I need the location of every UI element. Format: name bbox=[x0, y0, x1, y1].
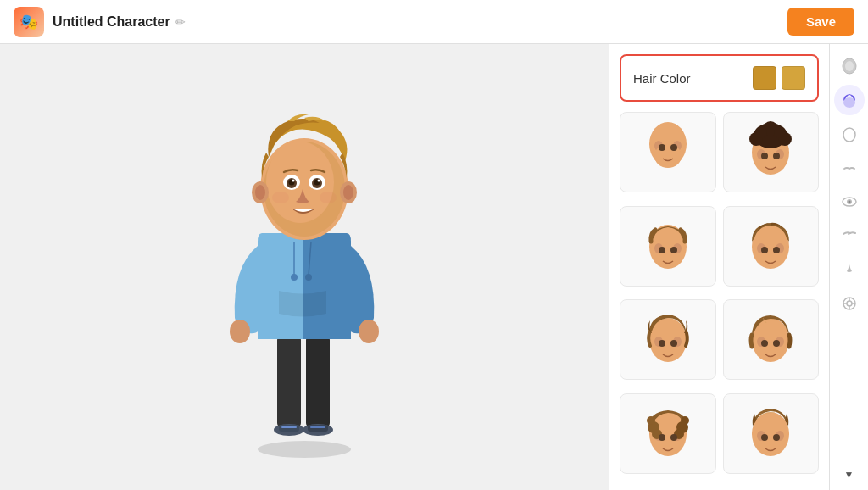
hairstyle-item-medium-swept[interactable] bbox=[620, 299, 716, 380]
svg-point-94 bbox=[848, 201, 850, 203]
hairstyle-item-side-part[interactable] bbox=[723, 299, 820, 380]
svg-point-48 bbox=[774, 126, 786, 138]
svg-point-33 bbox=[320, 192, 337, 203]
svg-point-54 bbox=[659, 247, 665, 253]
svg-point-91 bbox=[843, 128, 855, 142]
nose-button[interactable] bbox=[834, 254, 865, 285]
svg-point-59 bbox=[761, 247, 768, 253]
header: 🎭 Untitled Character ✏ Save bbox=[0, 0, 868, 44]
svg-point-30 bbox=[292, 180, 295, 182]
header-left: 🎭 Untitled Character ✏ bbox=[14, 7, 186, 37]
svg-point-65 bbox=[670, 340, 677, 347]
canvas-area bbox=[0, 44, 609, 490]
right-panel: Hair Color bbox=[609, 44, 829, 490]
svg-point-71 bbox=[773, 340, 780, 347]
hairstyle-grid bbox=[609, 109, 829, 490]
svg-rect-8 bbox=[310, 426, 326, 428]
svg-point-32 bbox=[272, 192, 289, 203]
svg-point-39 bbox=[670, 144, 677, 151]
svg-point-37 bbox=[654, 144, 682, 168]
main-area: Hair Color bbox=[0, 44, 868, 490]
svg-point-82 bbox=[670, 434, 677, 441]
character-container bbox=[169, 64, 440, 471]
svg-rect-1 bbox=[277, 335, 301, 428]
svg-point-60 bbox=[773, 247, 780, 253]
title-area: Untitled Character ✏ bbox=[53, 14, 186, 30]
svg-point-15 bbox=[305, 274, 312, 281]
svg-point-11 bbox=[359, 320, 379, 343]
hairstyle-item-curly[interactable] bbox=[723, 112, 820, 192]
hairstyle-item-slicked-back[interactable] bbox=[723, 393, 820, 474]
svg-point-70 bbox=[761, 340, 768, 347]
svg-point-90 bbox=[843, 97, 855, 108]
eyebrows-button[interactable] bbox=[834, 220, 865, 251]
hair-color-label: Hair Color bbox=[633, 71, 691, 86]
svg-point-0 bbox=[258, 441, 351, 458]
svg-point-22 bbox=[255, 185, 265, 200]
svg-rect-2 bbox=[306, 335, 330, 428]
hairstyle-item-bald[interactable] bbox=[620, 112, 716, 192]
svg-point-81 bbox=[659, 434, 665, 441]
svg-point-38 bbox=[659, 144, 665, 151]
eyes-button[interactable] bbox=[834, 187, 865, 217]
svg-point-10 bbox=[230, 320, 250, 343]
scroll-down-arrow[interactable]: ▼ bbox=[841, 466, 858, 483]
hair-category-button[interactable] bbox=[834, 85, 865, 115]
head-category-button[interactable] bbox=[834, 51, 865, 81]
app-logo: 🎭 bbox=[14, 7, 44, 37]
svg-point-31 bbox=[318, 180, 320, 182]
edit-icon[interactable]: ✏ bbox=[175, 15, 186, 29]
svg-point-79 bbox=[647, 416, 655, 425]
facial-hair-button[interactable] bbox=[834, 153, 865, 183]
hair-color-swatches bbox=[753, 66, 805, 90]
hair-color-section: Hair Color bbox=[620, 54, 819, 102]
svg-point-50 bbox=[773, 153, 780, 159]
svg-point-89 bbox=[845, 61, 854, 71]
page-title: Untitled Character bbox=[53, 14, 170, 30]
hair-swatch-2[interactable] bbox=[782, 66, 805, 90]
svg-point-80 bbox=[681, 416, 689, 425]
svg-point-47 bbox=[755, 126, 767, 138]
svg-point-64 bbox=[659, 340, 665, 347]
hairstyle-item-short-textured[interactable] bbox=[723, 206, 820, 287]
svg-point-96 bbox=[847, 301, 852, 306]
accessories-button[interactable] bbox=[834, 288, 865, 319]
hairstyle-item-receding[interactable] bbox=[620, 206, 716, 287]
face-shape-button[interactable] bbox=[834, 119, 865, 149]
hairstyle-item-curly-medium[interactable] bbox=[620, 393, 716, 474]
svg-point-23 bbox=[343, 185, 353, 200]
character-illustration bbox=[169, 64, 440, 471]
svg-rect-7 bbox=[281, 426, 297, 428]
svg-point-87 bbox=[773, 434, 780, 441]
hair-swatch-1[interactable] bbox=[753, 66, 776, 90]
save-button[interactable]: Save bbox=[787, 8, 854, 36]
icon-panel: ▼ bbox=[829, 44, 868, 490]
svg-point-49 bbox=[761, 153, 768, 159]
svg-point-55 bbox=[670, 247, 677, 253]
svg-point-86 bbox=[761, 434, 768, 441]
svg-point-14 bbox=[291, 274, 298, 281]
